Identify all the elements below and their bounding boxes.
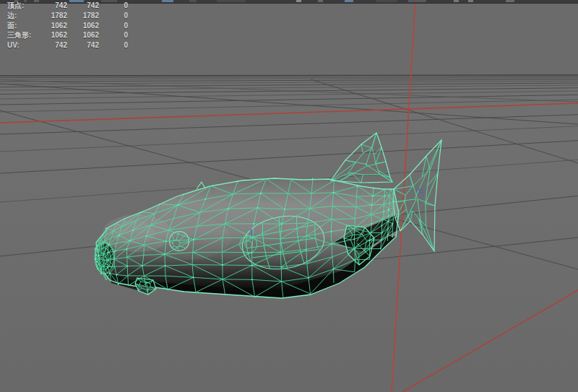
hud-value: 1062 (67, 21, 99, 31)
viewport-3d[interactable] (0, 0, 578, 392)
toolbar-icon-fragment (318, 0, 323, 2)
hud-value: 742 (67, 1, 99, 11)
hud-label: UV: (7, 40, 42, 51)
poly-count-hud: 顶点:7427420边:178217820面:106210620三角形:1062… (7, 1, 128, 51)
hud-value: 0 (99, 30, 128, 40)
hud-value: 1062 (42, 21, 67, 31)
hud-value: 0 (99, 40, 128, 51)
toolbar-icon-fragment (189, 0, 197, 2)
toolbar-icon-fragment (408, 0, 426, 2)
hud-row-0: 顶点:7427420 (7, 1, 128, 11)
hud-label: 面: (7, 21, 42, 31)
toolbar-icon-fragment (454, 0, 459, 2)
hud-row-2: 面:106210620 (7, 21, 128, 31)
hud-row-3: 三角形:106210620 (7, 30, 128, 40)
toolbar-icon-fragment (506, 0, 514, 2)
hud-label: 三角形: (7, 30, 42, 40)
hud-value: 1062 (42, 30, 67, 40)
hud-value: 1782 (42, 11, 67, 21)
toolbar-icon-fragment (468, 0, 473, 2)
application-window: 顶点:7427420边:178217820面:106210620三角形:1062… (0, 0, 578, 392)
toolbar-icon-fragment (296, 0, 301, 2)
hud-row-1: 边:178217820 (7, 11, 128, 21)
hud-value: 742 (42, 1, 67, 11)
toolbar-icon-fragment (217, 0, 246, 2)
hud-value: 1782 (67, 11, 99, 21)
hud-value: 1062 (67, 30, 99, 40)
hud-value: 0 (99, 11, 128, 21)
toolbar-icon-fragment (162, 0, 173, 2)
hud-label: 顶点: (7, 1, 42, 11)
hud-row-4: UV:7427420 (7, 40, 128, 51)
hud-value: 742 (42, 40, 67, 51)
toolbar-icon-fragment (376, 0, 397, 2)
hud-value: 0 (99, 1, 128, 11)
hud-label: 边: (7, 11, 42, 21)
toolbar-icon-fragment (345, 0, 353, 2)
hud-value: 0 (99, 21, 128, 31)
hud-value: 742 (67, 40, 99, 51)
